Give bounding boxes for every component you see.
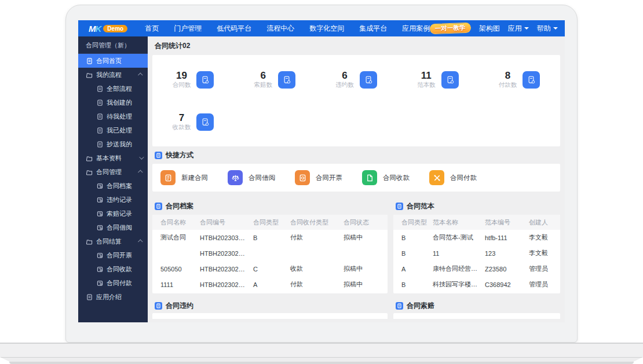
section-doc-icon <box>155 152 162 159</box>
app-logo[interactable]: MK Demo <box>89 24 127 34</box>
sidebar: 合同管理（新） 合同首页 我的流程 全部流程 我创建的 <box>78 36 148 322</box>
nav-dropdown-help[interactable]: 帮助 <box>537 24 558 34</box>
table-row[interactable]: HTBH202302… <box>152 245 388 261</box>
stats-panel: 19 合同数 6 索赔数 <box>152 55 560 146</box>
nav-item-home[interactable]: 首页 <box>145 24 159 34</box>
new-contract-icon <box>160 170 176 185</box>
sidebar-item-breach-records[interactable]: 违约记录 <box>78 193 148 207</box>
nav-right: 一对一教学 架构图 应用 帮助 <box>430 23 565 34</box>
laptop-base <box>0 343 643 357</box>
sidebar-item-contract-borrow[interactable]: 合同借阅 <box>78 220 148 234</box>
contract-stat-icon <box>523 71 540 89</box>
sidebar-item-created-by-me[interactable]: 我创建的 <box>78 95 148 109</box>
table-row[interactable]: 1111HTBH202302…A付款拟稿中 <box>152 277 388 292</box>
shortcut-new-contract[interactable]: 新建合同 <box>160 170 208 185</box>
promo-badge[interactable]: 一对一教学 <box>430 23 471 34</box>
folder-icon <box>86 155 93 161</box>
sidebar-item-handled-by-me[interactable]: 我已处理 <box>78 123 148 137</box>
contract-icon <box>97 252 103 259</box>
shortcut-contract-receipt[interactable]: 合同收款 <box>362 170 410 185</box>
breach-section-title: 合同违约 <box>152 298 388 313</box>
nav-item-architecture[interactable]: 架构图 <box>479 24 500 34</box>
doc-icon <box>97 86 103 92</box>
template-section-title: 合同范本 <box>393 197 560 215</box>
sidebar-group-contract-mgmt[interactable]: 合同管理 <box>78 165 148 179</box>
shortcut-contract-borrow[interactable]: 合同借阅 <box>228 170 275 185</box>
chevron-down-icon <box>139 155 144 159</box>
sidebar-group-basic-data[interactable]: 基本资料 <box>78 151 148 165</box>
stat-template-count: 11 范本数 <box>397 71 478 89</box>
laptop-base-shadow <box>9 362 634 364</box>
archive-table: 合同名称 合同编号 合同类型 合同收付类型 合同状态 测 <box>152 215 388 292</box>
table-row[interactable]: B科技园写字楼安…C368942管理员 <box>393 277 560 292</box>
shortcut-contract-payment[interactable]: 合同付款 <box>429 170 477 185</box>
sidebar-group-my-workflows[interactable]: 我的流程 <box>78 68 148 82</box>
stat-label: 收款数 <box>173 123 191 131</box>
chevron-up-icon <box>138 239 143 244</box>
section-doc-icon <box>396 203 403 210</box>
stat-value: 11 <box>417 71 436 81</box>
folder-icon <box>86 72 93 78</box>
stat-payment-count: 8 付款数 <box>478 71 560 89</box>
doc-icon <box>97 127 103 134</box>
stat-label: 范本数 <box>417 81 436 89</box>
stats-section-title: 合同统计02 <box>152 36 560 55</box>
sidebar-item-pending-for-me[interactable]: 待我处理 <box>78 109 148 123</box>
table-row[interactable]: A康特合同经营合…Z23580管理员 <box>393 261 560 277</box>
stat-label: 合同数 <box>173 81 191 89</box>
nav-item-portal[interactable]: 门户管理 <box>174 24 202 34</box>
sidebar-item-contract-invoicing[interactable]: 合同开票 <box>78 248 148 262</box>
archive-section-title: 合同档案 <box>152 197 388 215</box>
stat-contract-count: 19 合同数 <box>152 71 234 89</box>
shortcut-contract-invoicing[interactable]: 合同开票 <box>295 170 342 185</box>
sidebar-item-cc-to-me[interactable]: 抄送我的 <box>78 137 148 151</box>
contract-stat-icon <box>196 71 214 89</box>
section-doc-icon <box>155 302 162 310</box>
sidebar-item-contract-home[interactable]: 合同首页 <box>78 54 148 68</box>
top-navbar: MK Demo 首页 门户管理 低代码平台 流程中心 数字化空间 集成平台 应用… <box>78 20 565 36</box>
table-row[interactable]: 测试合同HTBH202303…B付款拟稿中 <box>152 230 388 245</box>
main-content: 合同统计02 19 合同数 6 <box>148 36 565 322</box>
contract-icon <box>97 211 103 217</box>
nav-item-workflow[interactable]: 流程中心 <box>266 24 294 34</box>
laptop-base-front <box>0 357 643 362</box>
stat-label: 付款数 <box>499 81 517 89</box>
laptop-mockup: MK Demo 首页 门户管理 低代码平台 流程中心 数字化空间 集成平台 应用… <box>0 0 643 364</box>
chevron-down-icon <box>553 27 558 30</box>
sidebar-item-contract-archive[interactable]: 合同档案 <box>78 179 148 193</box>
table-header-row: 合同名称 合同编号 合同类型 合同收付类型 合同状态 <box>152 215 388 230</box>
sidebar-item-contract-payment[interactable]: 合同付款 <box>78 276 148 290</box>
stat-value: 6 <box>335 71 354 81</box>
doc-icon <box>97 100 103 106</box>
sidebar-item-claim-records[interactable]: 索赔记录 <box>78 207 148 220</box>
section-doc-icon <box>396 302 403 310</box>
shortcuts-panel: 新建合同 合同借阅 合同开票 <box>152 164 560 192</box>
table-row[interactable]: 505050HTBH202302…C收款拟稿中 <box>152 261 388 277</box>
stat-value: 7 <box>173 113 191 123</box>
folder-icon <box>86 169 93 175</box>
stat-value: 8 <box>499 71 517 81</box>
contract-icon <box>97 280 103 286</box>
table-row[interactable]: B合同范本-测试htfb-111李文毅 <box>393 230 560 245</box>
archive-table-panel: 合同名称 合同编号 合同类型 合同收付类型 合同状态 测 <box>152 215 388 293</box>
stat-value: 19 <box>173 71 191 81</box>
nav-item-digital[interactable]: 数字化空间 <box>309 24 344 34</box>
logo-k: K <box>96 24 101 34</box>
nav-item-cases[interactable]: 应用案例 <box>402 24 430 34</box>
contract-icon <box>97 225 103 231</box>
shortcuts-section-title: 快捷方式 <box>152 146 560 164</box>
sidebar-item-app-intro[interactable]: 应用介绍 <box>78 290 148 304</box>
breach-panel-clipped <box>152 313 388 319</box>
nav-item-lowcode[interactable]: 低代码平台 <box>217 24 251 34</box>
demo-badge: Demo <box>103 25 127 32</box>
sidebar-item-all-workflows[interactable]: 全部流程 <box>78 82 148 95</box>
doc-icon <box>86 294 93 300</box>
logo-m: M <box>89 24 96 34</box>
sidebar-item-contract-receipt[interactable]: 合同收款 <box>78 262 148 276</box>
nav-item-integration[interactable]: 集成平台 <box>359 24 387 34</box>
contract-stat-icon <box>441 71 459 89</box>
nav-dropdown-apps[interactable]: 应用 <box>508 24 529 34</box>
sidebar-group-contract-settlement[interactable]: 合同结算 <box>78 234 148 248</box>
table-row[interactable]: B11123李文毅 <box>393 245 560 261</box>
contract-icon <box>97 197 103 203</box>
